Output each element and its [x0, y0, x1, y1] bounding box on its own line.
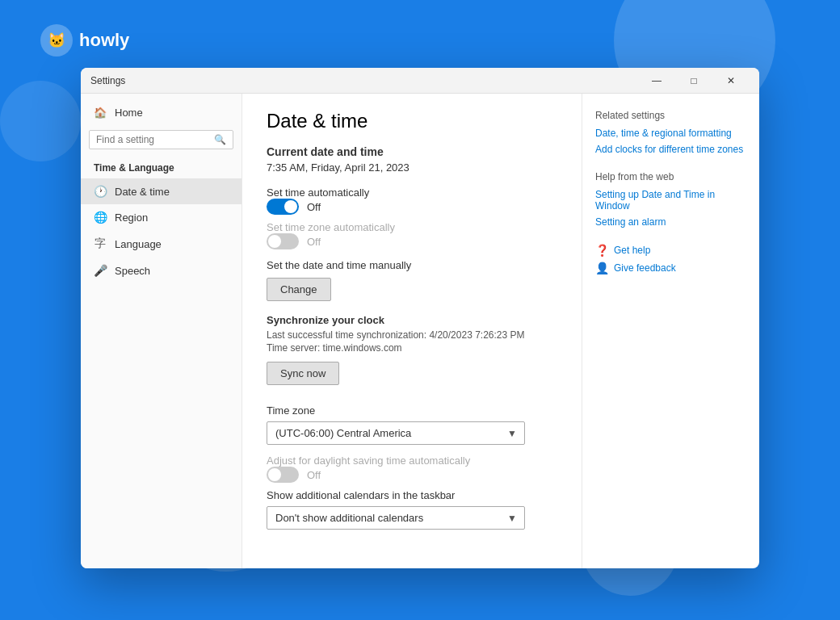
change-button[interactable]: Change — [267, 278, 331, 301]
sync-last-info: Last successful time synchronization: 4/… — [267, 329, 557, 341]
set-manually-label: Set the date and time manually — [267, 259, 557, 271]
sync-now-button[interactable]: Sync now — [267, 362, 339, 385]
sidebar-item-region-label: Region — [115, 212, 148, 224]
search-icon: 🔍 — [214, 134, 226, 145]
sidebar-item-date-time[interactable]: 🕐 Date & time — [81, 178, 242, 204]
set-timezone-auto-label: Set time zone automatically — [267, 221, 557, 233]
window-body: 🏠 Home 🔍 Time & Language 🕐 Date & time 🌐… — [81, 94, 759, 568]
maximize-button[interactable]: □ — [675, 68, 712, 94]
home-icon: 🏠 — [94, 107, 107, 119]
page-title: Date & time — [267, 110, 557, 132]
set-timezone-auto-toggle[interactable] — [267, 233, 299, 249]
set-time-auto-toggle[interactable] — [267, 199, 299, 215]
timezone-select-wrapper: (UTC-06:00) Central America (UTC-05:00) … — [267, 421, 525, 445]
howly-logo: 🐱 — [40, 24, 73, 57]
close-button[interactable]: ✕ — [712, 68, 750, 94]
taskbar-calendar-label: Show additional calendars in the taskbar — [267, 489, 557, 501]
right-panel: Related settings Date, time & regional f… — [582, 94, 759, 568]
daylight-toggle-row: Off — [267, 467, 557, 483]
window-wrapper: Settings — □ ✕ 🏠 Home 🔍 Time & Language — [81, 68, 759, 568]
related-settings-title: Related settings — [595, 110, 746, 121]
sidebar: 🏠 Home 🔍 Time & Language 🕐 Date & time 🌐… — [81, 94, 242, 568]
get-help-action[interactable]: ❓ Get help — [595, 244, 746, 257]
related-link-clocks[interactable]: Add clocks for different time zones — [595, 144, 746, 155]
give-feedback-icon: 👤 — [595, 262, 609, 274]
sidebar-home-label: Home — [115, 107, 143, 119]
main-content: Date & time Current date and time 7:35 A… — [242, 94, 582, 568]
titlebar-controls: — □ ✕ — [638, 68, 750, 94]
minimize-button[interactable]: — — [638, 68, 675, 94]
set-timezone-auto-thumb — [268, 235, 281, 248]
daylight-thumb — [268, 468, 281, 481]
help-link-setup[interactable]: Setting up Date and Time in Window — [595, 189, 746, 212]
help-link-alarm[interactable]: Setting an alarm — [595, 216, 746, 228]
titlebar: Settings — □ ✕ — [81, 68, 759, 94]
current-section-label: Current date and time — [267, 145, 557, 158]
language-icon: 字 — [94, 237, 107, 251]
set-time-auto-label: Set time automatically — [267, 186, 557, 199]
sidebar-search-box[interactable]: 🔍 — [89, 130, 233, 149]
related-settings-section: Related settings Date, time & regional f… — [595, 110, 746, 155]
bg-decoration-4 — [0, 81, 81, 161]
taskbar-calendar-select[interactable]: Don't show additional calendars Simplifi… — [267, 506, 525, 530]
get-help-label: Get help — [614, 245, 650, 256]
sidebar-section-header: Time & Language — [81, 157, 242, 178]
set-timezone-auto-state: Off — [307, 236, 321, 248]
sidebar-item-language-label: Language — [115, 238, 162, 250]
settings-window: Settings — □ ✕ 🏠 Home 🔍 Time & Language — [81, 68, 759, 568]
howly-title: howly — [79, 30, 129, 51]
set-timezone-auto-row: Off — [267, 233, 557, 249]
give-feedback-label: Give feedback — [614, 262, 676, 274]
howly-branding: 🐱 howly — [40, 24, 129, 57]
actions-section: ❓ Get help 👤 Give feedback — [595, 244, 746, 274]
sidebar-item-speech[interactable]: 🎤 Speech — [81, 258, 242, 283]
help-title: Help from the web — [595, 171, 746, 182]
set-time-auto-row: Off — [267, 199, 557, 215]
set-time-auto-state: Off — [307, 201, 321, 213]
taskbar-calendar-select-wrapper: Don't show additional calendars Simplifi… — [267, 506, 525, 530]
related-link-datetime[interactable]: Date, time & regional formatting — [595, 128, 746, 139]
region-icon: 🌐 — [94, 211, 107, 224]
sync-clock-label: Synchronize your clock — [267, 314, 557, 326]
sidebar-item-region[interactable]: 🌐 Region — [81, 204, 242, 230]
sidebar-item-date-time-label: Date & time — [115, 186, 170, 198]
speech-icon: 🎤 — [94, 264, 107, 277]
sidebar-item-language[interactable]: 字 Language — [81, 230, 242, 258]
daylight-label: Adjust for daylight saving time automati… — [267, 455, 557, 467]
daylight-state: Off — [307, 469, 321, 481]
search-input[interactable] — [96, 134, 214, 145]
help-section: Help from the web Setting up Date and Ti… — [595, 171, 746, 228]
get-help-icon: ❓ — [595, 244, 609, 257]
sync-server-info: Time server: time.windows.com — [267, 342, 557, 354]
timezone-select[interactable]: (UTC-06:00) Central America (UTC-05:00) … — [267, 421, 525, 445]
date-time-icon: 🕐 — [94, 185, 107, 198]
current-time-display: 7:35 AM, Friday, April 21, 2023 — [267, 161, 557, 174]
timezone-label: Time zone — [267, 404, 557, 417]
give-feedback-action[interactable]: 👤 Give feedback — [595, 262, 746, 274]
set-time-auto-thumb — [284, 200, 297, 213]
sidebar-item-speech-label: Speech — [115, 265, 150, 277]
daylight-toggle[interactable] — [267, 467, 299, 483]
titlebar-title: Settings — [90, 75, 638, 86]
sidebar-home[interactable]: 🏠 Home — [81, 100, 242, 125]
